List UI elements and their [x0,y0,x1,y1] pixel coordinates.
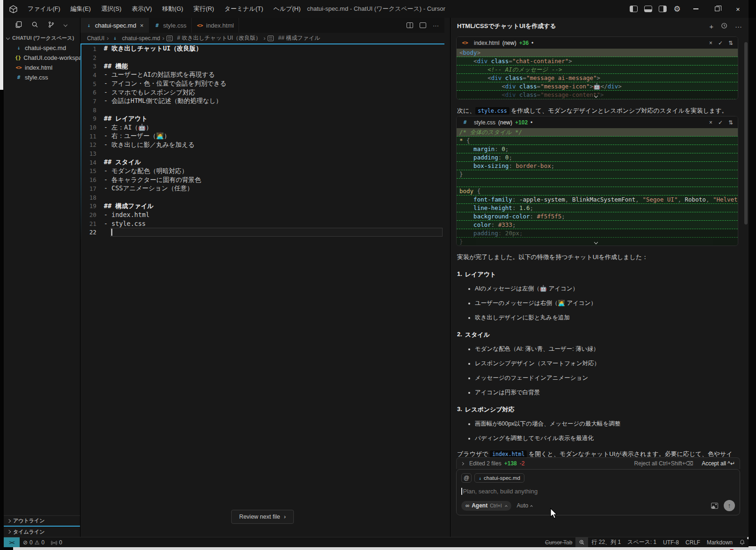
diff-added-line: <div class="chat-container"> [457,57,738,65]
context-file-chip[interactable]: ↓ chatui-spec.md [474,473,524,483]
breadcrumb-item[interactable]: ## 構成ファイル [278,34,320,42]
agent-mode-selector[interactable]: ∞ Agent Ctrl+I [461,501,511,511]
line-text: ## レイアウト [104,115,147,123]
minimize-button[interactable] [685,0,706,18]
line-number: 20 [80,211,104,218]
breadcrumb-item[interactable]: chatui-spec.md [122,35,160,42]
send-button[interactable]: ↑ [724,500,735,511]
code-block-header[interactable]: <>index.html(new)+36•×✓⇅ [457,37,738,49]
editor-content[interactable]: 1# 吹き出しチャットUI（改良版）23## 機能4- ユーザーとAIの対話形式… [80,44,444,537]
reject-all-button[interactable]: Reject all Ctrl+Shift+⌫ [634,460,693,467]
cursor-position[interactable]: 行 22、列 1 [588,537,624,548]
inline-code[interactable]: style.css [475,107,509,115]
attach-image-icon[interactable] [711,503,718,509]
md-file-icon: ↓ [85,22,93,29]
expand-icon[interactable]: ⇅ [728,40,733,46]
encoding[interactable]: UTF-8 [660,537,682,548]
model-selector[interactable]: Auto [517,502,536,509]
tab-style.css[interactable]: #style.css [149,18,192,33]
menu-実行(R)[interactable]: 実行(R) [189,3,219,15]
menu-編集(E)[interactable]: 編集(E) [65,3,96,15]
split-editor-icon[interactable] [407,22,413,28]
history-icon[interactable] [721,22,727,30]
edited-files-label: Edited 2 files [469,460,502,467]
remote-indicator[interactable]: >< [4,537,20,548]
more-icon[interactable]: ··· [433,22,439,29]
language-mode[interactable]: Markdown [704,537,736,548]
menu-移動(G)[interactable]: 移動(G) [157,3,189,15]
tab-index.html[interactable]: <>index.html [192,18,239,33]
cursor-tab-indicator[interactable]: Cursor Tab [542,537,575,548]
menu-ターミナル(T)[interactable]: ターミナル(T) [219,3,269,15]
inline-code[interactable]: index.html [490,450,527,457]
chat-input-placeholder[interactable]: Plan, search, build anything [463,488,538,495]
breadcrumb-item[interactable]: # 吹き出しチャットUI（改良版） [177,34,261,42]
more-icon[interactable]: ··· [735,22,742,30]
problems-indicator[interactable]: ⊘0 ⚠0 [20,537,48,548]
maximize-button[interactable] [706,0,727,18]
check-icon[interactable]: ✓ [718,40,723,46]
add-context-button[interactable]: @ [461,473,472,483]
settings-gear-icon[interactable]: ⚙ [674,4,681,14]
edited-files-bar[interactable]: Edited 2 files +138 -2 Reject all Ctrl+S… [456,457,740,469]
search-icon[interactable] [31,21,38,29]
file-item-style.css[interactable]: #style.css [4,72,80,82]
zoom-indicator[interactable] [575,537,588,548]
menu-ヘルプ(H)[interactable]: ヘルプ(H) [269,3,306,15]
ports-indicator[interactable]: 0 [48,537,65,548]
menu-選択(S)[interactable]: 選択(S) [96,3,126,15]
check-icon[interactable]: ✓ [718,119,723,126]
close-button[interactable]: × [727,0,749,18]
notifications-bell-icon[interactable] [736,537,749,548]
toggle-primary-sidebar-icon[interactable] [630,6,638,12]
diff-added-line: <div class="message-icon">🤖</div> [457,82,738,91]
editor-line: 20- index.html [80,210,444,219]
markdown-file-icon: ↓ [479,476,481,481]
chevron-down-icon[interactable] [595,92,600,99]
chevron-right-icon [7,519,11,522]
toggle-layout-icon[interactable] [420,22,426,28]
menu-ファイル(F)[interactable]: ファイル(F) [22,3,65,15]
breadcrumb[interactable]: ChatUI›↓chatui-spec.md›# 吹き出しチャットUI（改良版）… [80,33,444,43]
status-bar: >< ⊘0 ⚠0 0 Cursor Tab 行 22、列 1 スペース: 1 U… [4,537,749,547]
toggle-secondary-sidebar-icon[interactable] [659,6,667,12]
chevron-down-icon[interactable] [64,23,67,27]
menu-表示(V)[interactable]: 表示(V) [127,3,157,15]
review-next-file-button[interactable]: Review next file› [231,510,294,524]
close-icon[interactable]: × [709,40,712,46]
outline-section[interactable]: アウトライン [4,515,80,526]
chat-scrollbar[interactable] [744,42,748,224]
accept-all-button[interactable]: Accept all ^↵ [702,460,735,467]
diff-added-line: <div class="message ai-message"> [457,73,738,82]
timeline-section[interactable]: タイムライン [4,527,80,537]
editor-line: 14## スタイル [80,158,444,167]
close-icon[interactable]: × [709,119,712,126]
source-control-icon[interactable] [48,21,55,29]
indentation[interactable]: スペース: 1 [624,537,660,548]
diff-added-line: } [457,170,738,179]
bullet-dot [468,348,470,350]
line-number: 10 [80,124,104,131]
code-block-header[interactable]: #style.css(new)+102•×✓⇅ [457,116,738,128]
bullet-item: メッセージのフェードインアニメーション [468,374,738,383]
workspace-root[interactable]: CHATUI (ワークスペース) [4,33,80,43]
editor-line: 7- 会話はHTML側で記述（動的処理なし） [80,97,444,106]
chevron-right-icon [7,530,11,534]
breadcrumb-item[interactable]: ChatUI [87,35,104,42]
toggle-panel-icon[interactable] [644,6,652,12]
file-item-chatui-spec.md[interactable]: ↓chatui-spec.md [4,43,80,53]
close-icon[interactable]: × [140,22,144,29]
new-chat-icon[interactable]: + [709,22,713,30]
explorer-icon[interactable] [15,21,22,29]
chat-input-box[interactable]: @ ↓ chatui-spec.md Plan, search, build a… [456,469,740,515]
line-text: - ユーザーとAIの対話形式を再現する [104,71,215,79]
file-item-ChatUI.code-workspace[interactable]: {}ChatUI.code-workspace [4,53,80,63]
expand-icon[interactable]: ⇅ [728,119,733,126]
eol-sequence[interactable]: CRLF [682,537,703,548]
editor-line: 5- アイコン・色・位置で会話を判別できる [80,80,444,88]
ws-file-icon: {} [15,55,21,61]
file-item-index.html[interactable]: <>index.html [4,63,80,72]
tab-chatui-spec.md[interactable]: ↓chatui-spec.md× [80,18,149,33]
code-block-new-tag: (new) [498,119,512,126]
chevron-down-icon[interactable] [595,238,600,245]
